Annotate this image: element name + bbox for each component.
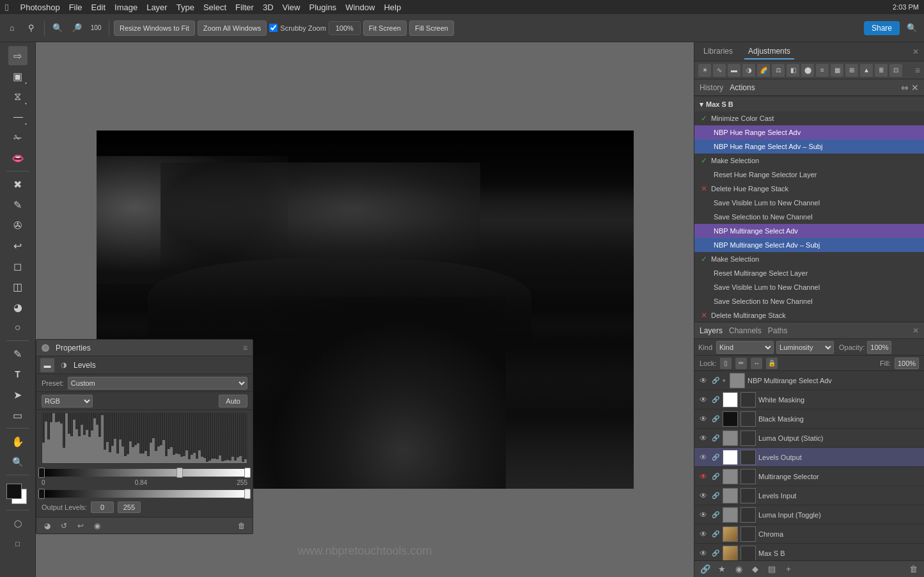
adj-icon-hue[interactable]: 🌈 xyxy=(757,64,770,77)
new-adjustment-button[interactable]: ◆ xyxy=(748,563,762,576)
eraser-tool[interactable]: ◻ xyxy=(8,257,27,276)
output-max-input[interactable] xyxy=(118,502,141,513)
menu-filter[interactable]: Filter xyxy=(235,3,254,12)
action-item[interactable]: Reset Hue Range Selector Layer xyxy=(694,168,924,182)
fill-input[interactable] xyxy=(895,358,919,369)
layer-chain-button[interactable]: 🔗 xyxy=(711,395,720,404)
layer-eye-button[interactable]: 👁 xyxy=(698,471,709,482)
resize-windows-button[interactable]: Resize Windows to Fit xyxy=(114,20,195,36)
channel-select[interactable]: RGB xyxy=(42,395,93,407)
blur-tool[interactable]: ◕ xyxy=(8,297,27,317)
apple-menu[interactable]:  xyxy=(5,2,8,13)
preset-select[interactable]: Custom xyxy=(68,377,247,390)
input-levels-track[interactable] xyxy=(42,469,247,477)
menu-edit[interactable]: Edit xyxy=(91,3,106,12)
lock-artboard-button[interactable]: ↔ xyxy=(751,358,762,369)
zoom-in-button[interactable]: 🔎 xyxy=(68,20,85,36)
layer-chain-button[interactable]: 🔗 xyxy=(711,453,720,462)
layer-eye-button[interactable]: 👁 xyxy=(698,414,709,424)
layer-item[interactable]: 👁 🔗 Levels Input xyxy=(694,486,924,505)
layer-eye-button[interactable]: 👁 xyxy=(698,395,709,405)
scrubby-zoom-label[interactable]: Scrubby Zoom xyxy=(269,24,326,32)
action-item[interactable]: NBP Multirange Select Adv – Subj xyxy=(694,238,924,252)
adj-icon-selectivecolor[interactable]: ⊞ xyxy=(845,64,858,77)
lock-pixels-button[interactable]: ▯ xyxy=(720,358,732,369)
adj-icon-invert[interactable]: ⊡ xyxy=(889,64,902,77)
hand-tool[interactable]: ✋ xyxy=(8,432,27,451)
layer-eye-button[interactable]: 👁 xyxy=(698,529,709,539)
layer-item[interactable]: 👁 🔗 Chroma xyxy=(694,525,924,544)
adj-icon-channelmixer[interactable]: ≡ xyxy=(816,64,829,77)
add-style-button[interactable]: ★ xyxy=(715,563,729,576)
menu-file[interactable]: File xyxy=(69,3,82,12)
layers-kind-select[interactable]: Kind xyxy=(716,341,774,354)
menu-view[interactable]: View xyxy=(283,3,301,12)
action-item[interactable]: ✓Make Selection xyxy=(694,154,924,168)
menu-window[interactable]: Window xyxy=(345,3,375,12)
layer-eye-button[interactable]: 👁 xyxy=(698,452,709,462)
layers-mode-select[interactable]: Luminosity xyxy=(776,341,834,354)
properties-expand-button[interactable]: ≡ xyxy=(243,344,247,352)
move-tool[interactable]: ⇨ xyxy=(8,46,27,65)
layer-item[interactable]: 👁 🔗 Multirange Selector xyxy=(694,467,924,486)
search-global-button[interactable]: 🔍 xyxy=(904,20,920,36)
layer-eye-button[interactable]: 👁 xyxy=(698,433,709,443)
layer-item[interactable]: 👁 🔗 Luma Output (Static) xyxy=(694,429,924,448)
layer-chain-button[interactable]: 🔗 xyxy=(711,491,720,500)
action-item[interactable]: Save Selection to New Channel xyxy=(694,294,924,308)
action-item[interactable]: ✕Delete Multirange Stack xyxy=(694,308,924,322)
lock-all-button[interactable]: 🔒 xyxy=(766,358,778,369)
scrubby-zoom-checkbox[interactable] xyxy=(269,24,278,32)
path-select-tool[interactable]: ➤ xyxy=(8,385,27,404)
adj-panel-options[interactable]: ≡ xyxy=(915,65,920,75)
adj-icon-posterize[interactable]: ≣ xyxy=(875,64,888,77)
fit-screen-button[interactable]: Fit Screen xyxy=(363,20,407,36)
zoom-percent-input[interactable] xyxy=(329,21,361,35)
output-min-input[interactable] xyxy=(91,502,114,513)
action-item[interactable]: Save Visible Lum to New Channel xyxy=(694,280,924,294)
rectangular-marquee-tool[interactable]: ▣▾ xyxy=(8,67,27,86)
adj-icon-bw[interactable]: ◧ xyxy=(787,64,799,77)
black-point-handle[interactable] xyxy=(38,468,45,478)
dodge-tool[interactable]: ○ xyxy=(8,318,27,337)
tab-adjustments[interactable]: Adjustments xyxy=(744,44,794,59)
stamp-tool[interactable]: ✇ xyxy=(8,216,27,235)
adj-icon-threshold[interactable]: ▲ xyxy=(860,64,873,77)
layer-eye-button[interactable]: 👁 xyxy=(698,491,709,501)
eyedropper-tool[interactable]: 👄 xyxy=(8,148,27,168)
brush-tool[interactable]: ✎ xyxy=(8,195,27,214)
auto-button[interactable]: Auto xyxy=(219,395,247,407)
props-reset-button[interactable]: ↩ xyxy=(74,519,88,532)
action-item[interactable]: Save Selection to New Channel xyxy=(694,210,924,224)
layer-chain-button[interactable]: 🔗 xyxy=(711,510,720,519)
props-visibility-button[interactable]: ◉ xyxy=(90,519,104,532)
screen-mode-button[interactable]: □ xyxy=(8,534,27,553)
midpoint-handle[interactable] xyxy=(176,468,183,478)
output-levels-track[interactable] xyxy=(42,490,247,498)
white-point-handle[interactable] xyxy=(244,468,251,478)
menu-photoshop[interactable]: Photoshop xyxy=(20,3,59,12)
layer-chain-button[interactable]: 🔗 xyxy=(711,415,720,423)
output-white-handle[interactable] xyxy=(244,489,251,499)
action-item[interactable]: NBP Multirange Select Adv xyxy=(694,224,924,238)
action-item[interactable]: NBP Hue Range Select Adv – Subj xyxy=(694,139,924,154)
layer-chain-button[interactable]: 🔗 xyxy=(711,530,720,539)
gradient-tool[interactable]: ◫ xyxy=(8,277,27,296)
opacity-input[interactable] xyxy=(867,341,891,354)
layer-eye-button[interactable]: 👁 xyxy=(698,510,709,520)
layer-chain-button[interactable]: 🔗 xyxy=(711,549,720,558)
pen-tool[interactable]: ✎ xyxy=(8,344,27,363)
tab-layers[interactable]: Layers xyxy=(700,326,723,335)
new-group-button[interactable]: ▤ xyxy=(765,563,779,576)
action-item[interactable]: ✓Minimize Color Cast xyxy=(694,111,924,125)
text-tool[interactable]: T xyxy=(8,365,27,384)
add-mask-button[interactable]: ◉ xyxy=(732,563,746,576)
action-item[interactable]: Reset Multirange Select Layer xyxy=(694,266,924,280)
layer-item[interactable]: 👁 🔗 White Masking xyxy=(694,390,924,409)
healing-brush-tool[interactable]: ✖ xyxy=(8,175,27,194)
layer-item[interactable]: 👁 🔗 ▾ NBP Multirange Select Adv xyxy=(694,371,924,390)
action-item[interactable]: Save Visible Lum to New Channel xyxy=(694,196,924,210)
tab-history[interactable]: History xyxy=(700,83,723,92)
menu-type[interactable]: Type xyxy=(176,3,194,12)
tab-libraries[interactable]: Libraries xyxy=(700,44,737,59)
